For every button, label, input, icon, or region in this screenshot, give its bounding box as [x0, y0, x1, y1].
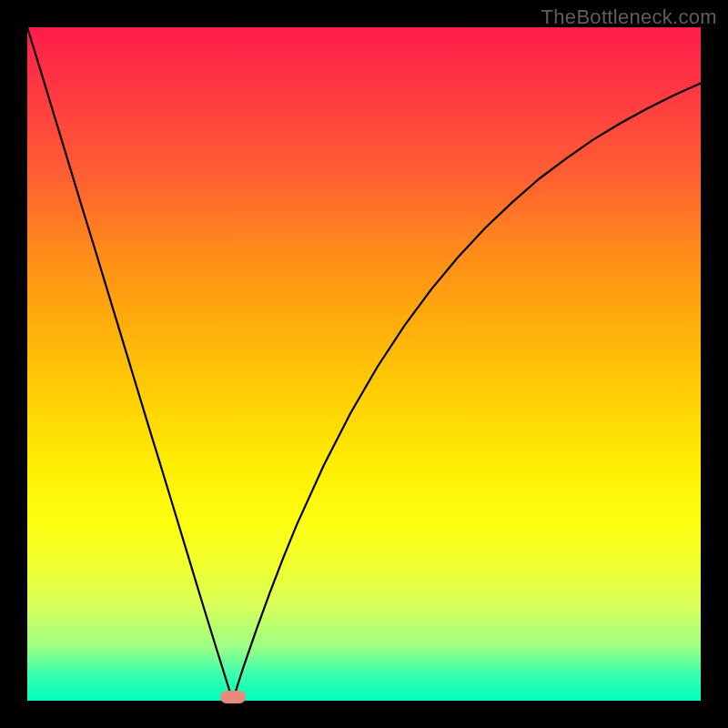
- plot-area: [27, 27, 701, 701]
- bottleneck-curve: [27, 27, 701, 701]
- chart-stage: TheBottleneck.com: [0, 0, 728, 728]
- watermark-text: TheBottleneck.com: [541, 5, 717, 29]
- optimum-marker: [220, 691, 246, 703]
- curve-path: [27, 27, 701, 701]
